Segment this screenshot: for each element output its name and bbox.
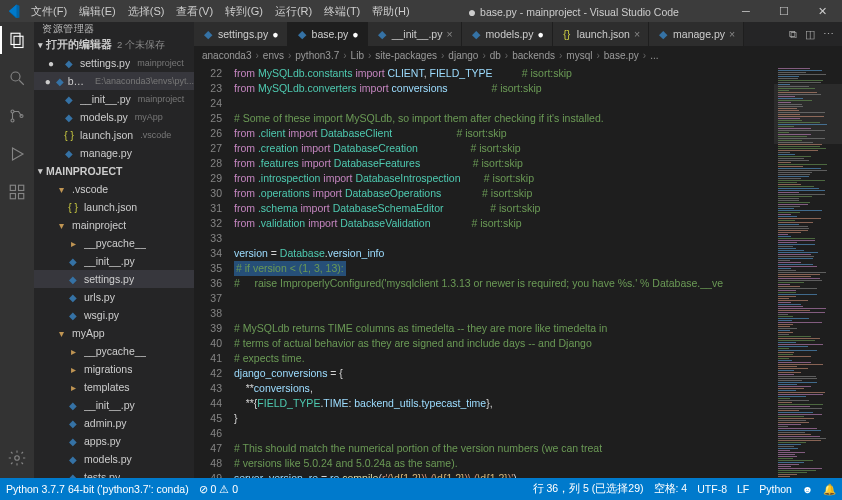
close-tab-icon[interactable]: × <box>634 28 640 40</box>
breadcrumb-segment[interactable]: db <box>490 50 501 61</box>
file-item[interactable]: ◆admin.py <box>34 414 194 432</box>
folder-item[interactable]: ▸__pycache__ <box>34 342 194 360</box>
explorer-icon[interactable] <box>5 28 29 52</box>
compare-icon[interactable]: ⧉ <box>789 28 797 41</box>
menu-bar: 文件(F)编辑(E)选择(S)查看(V)转到(G)运行(R)终端(T)帮助(H) <box>26 2 415 21</box>
menu-item[interactable]: 终端(T) <box>319 2 365 21</box>
file-item[interactable]: ◆__init__.py <box>34 252 194 270</box>
menu-item[interactable]: 编辑(E) <box>74 2 121 21</box>
status-feedback-icon[interactable]: ☻ <box>802 483 813 495</box>
py-icon: ◆ <box>470 28 482 40</box>
sidebar-title: 资源管理器 <box>34 22 194 36</box>
breadcrumb-segment[interactable]: python3.7 <box>295 50 339 61</box>
chevron-icon: ▸ <box>66 382 80 393</box>
py-icon: ◆ <box>66 436 80 447</box>
open-editor-item[interactable]: ●◆base.pyE:\anaconda3\envs\pyt... <box>34 72 194 90</box>
run-debug-icon[interactable] <box>5 142 29 166</box>
breadcrumb-segment[interactable]: django <box>448 50 478 61</box>
editor-tab[interactable]: ◆__init__.py× <box>368 22 462 46</box>
py-icon: ◆ <box>66 256 80 267</box>
settings-gear-icon[interactable] <box>5 446 29 470</box>
open-editor-item[interactable]: ●◆settings.pymainproject <box>34 54 194 72</box>
editor-tab[interactable]: ◆settings.py● <box>194 22 288 46</box>
open-editors-header[interactable]: ▾ 打开的编辑器 2 个未保存 <box>34 36 194 54</box>
window-title: ●base.py - mainproject - Visual Studio C… <box>415 3 732 19</box>
breadcrumb-segment[interactable]: mysql <box>566 50 592 61</box>
file-item[interactable]: ◆urls.py <box>34 288 194 306</box>
py-icon: ◆ <box>66 292 80 303</box>
editor-tab[interactable]: ◆base.py● <box>288 22 368 46</box>
open-editor-item[interactable]: ◆manage.py <box>34 144 194 162</box>
search-icon[interactable] <box>5 66 29 90</box>
svg-rect-9 <box>19 185 24 190</box>
close-button[interactable]: ✕ <box>808 5 836 18</box>
menu-item[interactable]: 查看(V) <box>171 2 218 21</box>
breadcrumb-segment[interactable]: site-packages <box>375 50 437 61</box>
py-icon: ◆ <box>66 400 80 411</box>
status-language[interactable]: Python <box>759 483 792 495</box>
explorer-sidebar: 资源管理器 ▾ 打开的编辑器 2 个未保存 ●◆settings.pymainp… <box>34 22 194 478</box>
py-icon: ◆ <box>62 94 76 105</box>
editor-tab[interactable]: {}launch.json× <box>553 22 649 46</box>
close-tab-icon[interactable]: × <box>729 28 735 40</box>
minimap[interactable] <box>774 64 842 478</box>
status-python[interactable]: Python 3.7.7 64-bit ('python3.7': conda) <box>6 483 189 495</box>
json-icon: { } <box>66 202 80 213</box>
folder-item[interactable]: ▸__pycache__ <box>34 234 194 252</box>
breadcrumb-segment[interactable]: backends <box>512 50 555 61</box>
close-tab-icon[interactable]: × <box>446 28 452 40</box>
extensions-icon[interactable] <box>5 180 29 204</box>
breadcrumb-segment[interactable]: ... <box>650 50 658 61</box>
code-editor[interactable]: from MySQLdb.constants import CLIENT, FI… <box>228 64 774 478</box>
folder-item[interactable]: ▸templates <box>34 378 194 396</box>
svg-point-4 <box>11 110 14 113</box>
menu-item[interactable]: 选择(S) <box>123 2 170 21</box>
svg-rect-10 <box>10 194 15 199</box>
open-editor-item[interactable]: ◆models.pymyApp <box>34 108 194 126</box>
editor-tabs: ◆settings.py●◆base.py●◆__init__.py×◆mode… <box>194 22 842 46</box>
breadcrumb-segment[interactable]: Lib <box>351 50 364 61</box>
breadcrumb[interactable]: anaconda3›envs›python3.7›Lib›site-packag… <box>194 46 842 64</box>
dirty-indicator: ● <box>44 58 58 69</box>
status-eol[interactable]: LF <box>737 483 749 495</box>
breadcrumb-segment[interactable]: envs <box>263 50 284 61</box>
breadcrumb-segment[interactable]: base.py <box>604 50 639 61</box>
status-cursor-position[interactable]: 行 36，列 5 (已选择29) <box>533 482 644 496</box>
open-editor-item[interactable]: { }launch.json.vscode <box>34 126 194 144</box>
status-problems[interactable]: ⊘ 0 ⚠ 0 <box>199 483 238 495</box>
more-actions-icon[interactable]: ⋯ <box>823 28 834 41</box>
folder-item[interactable]: ▾myApp <box>34 324 194 342</box>
file-item[interactable]: ◆tests.py <box>34 468 194 478</box>
status-notifications-icon[interactable]: 🔔 <box>823 483 836 496</box>
svg-line-3 <box>19 80 24 85</box>
svg-rect-0 <box>11 33 20 44</box>
window-controls: ─ ☐ ✕ <box>732 5 836 18</box>
source-control-icon[interactable] <box>5 104 29 128</box>
menu-item[interactable]: 文件(F) <box>26 2 72 21</box>
open-editor-item[interactable]: ◆__init__.pymainproject <box>34 90 194 108</box>
status-encoding[interactable]: UTF-8 <box>697 483 727 495</box>
menu-item[interactable]: 帮助(H) <box>367 2 414 21</box>
status-indentation[interactable]: 空格: 4 <box>654 482 688 496</box>
maximize-button[interactable]: ☐ <box>770 5 798 18</box>
menu-item[interactable]: 运行(R) <box>270 2 317 21</box>
line-number-gutter: 2223242526272829303132333435363738394041… <box>194 64 228 478</box>
folder-item[interactable]: ▾.vscode <box>34 180 194 198</box>
file-item[interactable]: ◆settings.py <box>34 270 194 288</box>
menu-item[interactable]: 转到(G) <box>220 2 268 21</box>
file-item[interactable]: { }launch.json <box>34 198 194 216</box>
chevron-icon: ▸ <box>66 364 80 375</box>
editor-tab[interactable]: ◆manage.py× <box>649 22 744 46</box>
project-header[interactable]: ▾ MAINPROJECT <box>34 162 194 180</box>
minimize-button[interactable]: ─ <box>732 5 760 18</box>
folder-item[interactable]: ▸migrations <box>34 360 194 378</box>
file-item[interactable]: ◆apps.py <box>34 432 194 450</box>
file-item[interactable]: ◆__init__.py <box>34 396 194 414</box>
file-item[interactable]: ◆models.py <box>34 450 194 468</box>
split-editor-icon[interactable]: ◫ <box>805 28 815 41</box>
breadcrumb-segment[interactable]: anaconda3 <box>202 50 252 61</box>
chevron-icon: ▾ <box>54 328 68 339</box>
editor-tab[interactable]: ◆models.py● <box>462 22 553 46</box>
file-item[interactable]: ◆wsgi.py <box>34 306 194 324</box>
folder-item[interactable]: ▾mainproject <box>34 216 194 234</box>
